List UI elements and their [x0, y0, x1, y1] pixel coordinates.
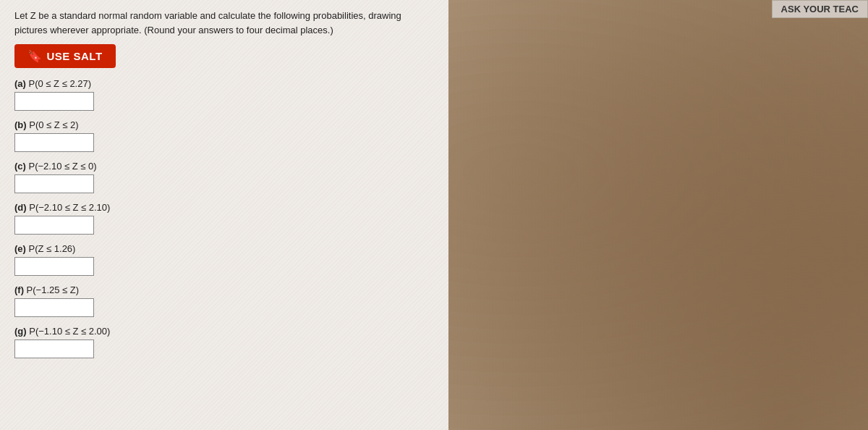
intro-text: Let Z be a standard normal random variab…: [14, 9, 434, 37]
problem-g-input[interactable]: [14, 340, 94, 358]
problem-c-input[interactable]: [14, 174, 94, 193]
problem-g-label: (g) P(−1.10 ≤ Z ≤ 2.00): [14, 326, 434, 337]
problem-f-label: (f) P(−1.25 ≤ Z): [14, 284, 434, 295]
bookmark-icon: 🔖: [27, 49, 43, 63]
problem-f-input[interactable]: [14, 298, 94, 317]
problem-b-input[interactable]: [14, 133, 94, 152]
problem-f: (f) P(−1.25 ≤ Z): [14, 284, 434, 317]
problems-container: (a) P(0 ≤ Z ≤ 2.27)(b) P(0 ≤ Z ≤ 2)(c) P…: [14, 78, 434, 358]
problem-c: (c) P(−2.10 ≤ Z ≤ 0): [14, 161, 434, 193]
problem-d-label: (d) P(−2.10 ≤ Z ≤ 2.10): [14, 202, 434, 213]
problem-a-input[interactable]: [14, 92, 94, 111]
problem-a: (a) P(0 ≤ Z ≤ 2.27): [14, 78, 434, 111]
problem-b-label: (b) P(0 ≤ Z ≤ 2): [14, 119, 434, 130]
problem-d-input[interactable]: [14, 216, 94, 235]
problem-b: (b) P(0 ≤ Z ≤ 2): [14, 119, 434, 152]
problem-g: (g) P(−1.10 ≤ Z ≤ 2.00): [14, 326, 434, 358]
problem-a-label: (a) P(0 ≤ Z ≤ 2.27): [14, 78, 434, 89]
main-panel: Let Z be a standard normal random variab…: [0, 0, 448, 430]
problem-e-label: (e) P(Z ≤ 1.26): [14, 243, 434, 254]
ask-teacher-button[interactable]: ASK YOUR TEAC: [772, 0, 868, 18]
problem-d: (d) P(−2.10 ≤ Z ≤ 2.10): [14, 202, 434, 235]
use-salt-button[interactable]: 🔖 USE SALT: [14, 44, 116, 68]
use-salt-label: USE SALT: [47, 50, 103, 62]
problem-c-label: (c) P(−2.10 ≤ Z ≤ 0): [14, 161, 434, 172]
background-texture: [448, 0, 868, 430]
problem-e-input[interactable]: [14, 257, 94, 276]
problem-e: (e) P(Z ≤ 1.26): [14, 243, 434, 276]
